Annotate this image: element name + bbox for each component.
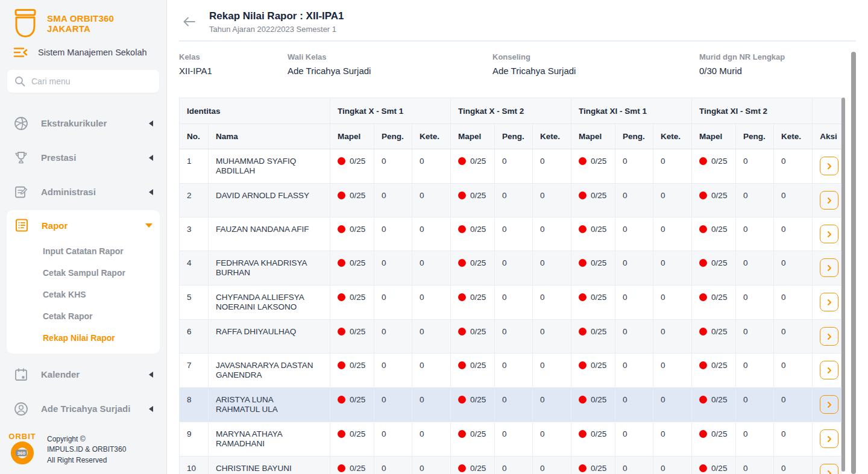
open-student-detail-button[interactable] [820,361,838,379]
peng-cell: 0 [374,184,412,217]
kete-cell: 0 [533,320,571,354]
row-number: 5 [180,285,209,320]
mapel-cell: 0/25 [451,457,495,474]
open-student-detail-button[interactable] [820,429,838,448]
col-header-no: No. [180,124,209,149]
chevron-right-icon [826,435,832,443]
sidebar-item-rapor[interactable]: Rapor [7,210,160,240]
mapel-cell: 0/25 [692,388,736,422]
table-row: 1MUHAMMAD SYAFIQ ABDILLAH0/25000/25000/2… [180,149,841,184]
peng-cell: 0 [736,320,774,354]
kete-cell: 0 [774,285,813,320]
brand-subtitle-row: Sistem Manajemen Sekolah [0,41,166,59]
incomplete-status-dot-icon [338,293,345,301]
incomplete-status-dot-icon [579,157,587,165]
sidebar-item-user-account[interactable]: Ade Tricahya Surjadi [0,391,166,426]
chevron-left-icon [149,120,153,126]
incomplete-status-dot-icon [579,361,587,369]
page-scrollbar[interactable] [851,52,856,474]
mapel-cell: 0/25 [451,422,495,457]
rekap-nilai-table: Identitas Tingkat X - Smt 1 Tingkat X - … [179,98,841,474]
mapel-cell: 0/25 [692,354,736,388]
sidebar-item-cetak-rapor[interactable]: Cetak Rapor [7,305,160,327]
brand: SMA ORBIT360 JAKARTA [0,0,166,41]
peng-cell: 0 [495,184,533,217]
peng-cell: 0 [615,285,653,320]
chevron-right-icon [826,333,832,340]
mapel-cell: 0/25 [692,320,736,354]
col-header-nama: Nama [209,124,330,149]
mapel-cell: 0/25 [330,149,374,184]
mapel-cell: 0/25 [330,422,374,457]
open-student-detail-button[interactable] [820,327,838,346]
aksi-cell [813,388,841,422]
sidebar-item-cetak-sampul-rapor[interactable]: Cetak Sampul Rapor [7,262,160,284]
sidebar-item-administrasi[interactable]: Administrasi [0,175,166,209]
group-header-identitas: Identitas [180,98,330,124]
sidebar-item-cetak-khs[interactable]: Cetak KHS [7,284,160,305]
list-icon [14,217,30,233]
kete-cell: 0 [533,457,571,474]
open-student-detail-button[interactable] [820,157,838,175]
col-header-kete: Kete. [533,124,571,149]
incomplete-status-dot-icon [458,464,466,472]
open-student-detail-button[interactable] [820,191,838,210]
sidebar-item-ekstrakurikuler[interactable]: Ekstrakurikuler [0,106,166,140]
kete-cell: 0 [653,422,692,457]
caret-down-icon [145,223,153,228]
peng-cell: 0 [615,320,653,354]
incomplete-status-dot-icon [458,396,466,404]
sidebar-item-label: Rapor [42,220,68,231]
orbit-360-ring-icon: 360 [11,441,34,464]
mapel-cell: 0/25 [571,388,615,422]
sidebar-item-kalender[interactable]: Kalender [0,357,166,391]
menu-search[interactable] [7,70,159,93]
mapel-cell: 0/25 [571,285,615,320]
back-button[interactable] [179,11,200,32]
kete-cell: 0 [412,251,451,285]
sidebar-item-input-catatan-rapor[interactable]: Input Catatan Rapor [7,240,160,262]
info-murid-nr-lengkap: Murid dgn NR Lengkap 0/30 Murid [699,52,785,76]
sidebar-item-rekap-nilai-rapor[interactable]: Rekap Nilai Rapor [7,327,160,349]
mapel-cell: 0/25 [451,184,495,217]
kete-cell: 0 [412,149,451,184]
incomplete-status-dot-icon [699,157,707,165]
open-student-detail-button[interactable] [820,464,838,474]
chevron-right-icon [826,367,832,374]
peng-cell: 0 [615,184,653,217]
sidebar-item-tata-tertib[interactable]: Tata Tertib [0,94,166,106]
kete-cell: 0 [533,184,571,217]
peng-cell: 0 [736,388,774,422]
student-name: DAVID ARNOLD FLASSY [209,184,330,217]
table-scrollbar[interactable] [841,98,845,472]
open-student-detail-button[interactable] [820,293,838,311]
mapel-cell: 0/25 [692,422,736,457]
peng-cell: 0 [374,388,412,422]
kete-cell: 0 [412,320,451,354]
mapel-cell: 0/25 [571,217,615,251]
user-icon [13,401,29,417]
search-input[interactable] [31,76,152,86]
open-student-detail-button[interactable] [820,258,838,277]
peng-cell: 0 [495,457,533,474]
sidebar: SMA ORBIT360 JAKARTA Sistem Manajemen Se… [0,0,167,474]
row-number: 4 [180,251,209,285]
incomplete-status-dot-icon [458,192,466,199]
mapel-cell: 0/25 [451,217,495,251]
page-title: Rekap Nilai Rapor : XII-IPA1 [209,10,344,22]
mapel-cell: 0/25 [451,320,495,354]
incomplete-status-dot-icon [338,396,345,404]
open-student-detail-button[interactable] [820,225,838,243]
peng-cell: 0 [495,354,533,388]
col-header-peng: Peng. [495,124,533,149]
collapse-sidebar-icon[interactable] [13,46,28,59]
mapel-cell: 0/25 [571,457,615,474]
open-student-detail-button[interactable] [820,395,838,414]
sidebar-item-prestasi[interactable]: Prestasi [0,140,166,175]
mapel-cell: 0/25 [451,354,495,388]
col-header-aksi: Aksi [813,124,841,149]
app-window: SMA ORBIT360 JAKARTA Sistem Manajemen Se… [0,0,868,474]
student-name: MARYNA ATHAYA RAMADHANI [209,422,330,457]
table-row: 4FEDHRAVA KHADRISYA BURHAN0/25000/25000/… [180,251,841,285]
kete-cell: 0 [653,457,692,474]
